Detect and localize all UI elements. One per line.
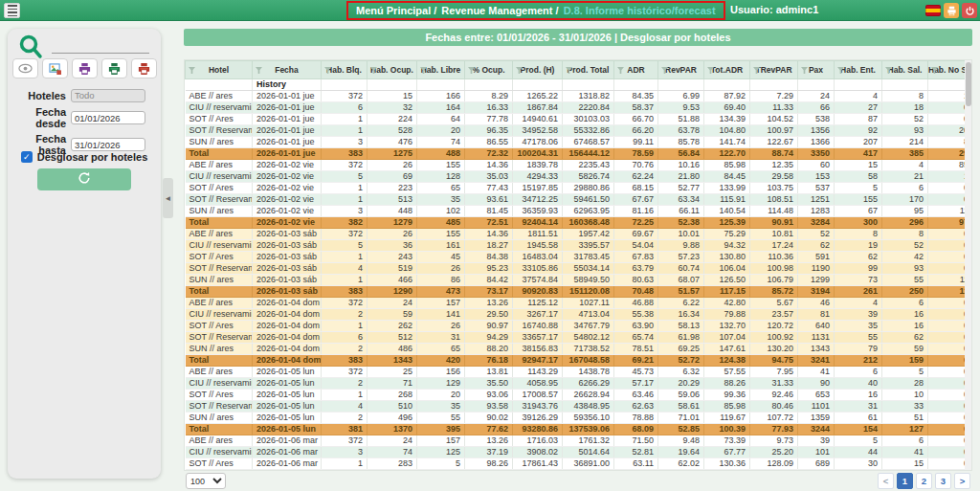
eye-icon[interactable] <box>12 58 38 78</box>
table-row[interactable]: SOT // Ares2026-01-03 sáb12434584.381648… <box>186 252 973 263</box>
table-row[interactable]: SOT // Ares2026-01-04 dom12622690.971674… <box>186 321 973 332</box>
table-row[interactable]: SOT // Ares2026-01-01 jue12246477.781494… <box>186 114 973 125</box>
pagination-prev-button[interactable]: < <box>878 473 894 489</box>
grid-cell: 66.11 <box>658 206 704 217</box>
total-row[interactable]: Total2026-01-02 vie382127948572.5192404.… <box>186 217 973 229</box>
grid-cell: 2026-01-04 dom <box>253 355 322 367</box>
total-row[interactable]: Total2026-01-04 dom383134342076.1892947.… <box>186 355 973 367</box>
filter-icon[interactable] <box>617 67 624 74</box>
column-header[interactable]: RevPAR <box>658 61 704 79</box>
breadcrumb-revenue-management[interactable]: Revenue Management / <box>441 5 558 16</box>
pagination-next-button[interactable]: > <box>954 473 970 489</box>
table-row[interactable]: ABE // ares2026-01-03 sáb3722615514.3618… <box>186 229 973 240</box>
table-row[interactable]: SOT // Reservamimesa2026-01-05 lun451035… <box>186 401 973 413</box>
table-row[interactable]: SUN // ares2026-01-01 jue34767486.554717… <box>186 137 973 148</box>
grid-cell: ABE // ares <box>186 298 253 309</box>
column-header[interactable]: TRevPAR <box>750 61 798 79</box>
table-row[interactable]: ABE // ares2026-01-02 vie3722615514.3618… <box>186 160 973 171</box>
pagination-page-2[interactable]: 2 <box>916 473 932 489</box>
table-row[interactable]: SUN // ares2026-01-03 sáb14668684.423757… <box>186 275 973 286</box>
column-header[interactable]: Hotel <box>186 61 253 79</box>
table-row[interactable]: SUN // ares2026-01-05 lun24965590.023912… <box>186 413 973 424</box>
column-header[interactable]: Hab. Libre <box>417 61 465 79</box>
grid-cell: 161 <box>417 240 465 252</box>
table-row[interactable]: ABE // ares2026-01-05 lun3722515613.8111… <box>186 367 973 378</box>
table-row[interactable]: CIU // reservamimesa2026-01-06 mar374125… <box>186 447 973 458</box>
scrollbar-thumb[interactable] <box>966 62 971 106</box>
pdf-export-icon[interactable] <box>131 58 157 78</box>
hamburger-menu-icon[interactable] <box>4 3 20 18</box>
column-header[interactable]: Pax <box>798 61 835 79</box>
printer-icon[interactable] <box>944 3 959 18</box>
grid-cell: 10.81 <box>750 229 798 240</box>
table-row[interactable]: ABE // ares2026-01-04 dom3722415713.2611… <box>186 298 973 309</box>
column-header[interactable]: ADR <box>614 61 658 79</box>
printer-purple-icon[interactable] <box>72 58 98 78</box>
table-row[interactable]: CIU // reservamimesa2026-01-02 vie569128… <box>186 171 973 183</box>
power-icon[interactable] <box>962 3 977 18</box>
group-label-row[interactable]: History <box>186 79 973 91</box>
table-row[interactable]: SOT // Ares2026-01-06 mar1283598.2617861… <box>186 458 973 470</box>
fecha-hasta-field[interactable] <box>71 138 145 151</box>
grid-cell: 1359 <box>798 413 835 424</box>
grid-cell: SUN // ares <box>186 206 253 217</box>
breadcrumb-menu-principal[interactable]: Menú Principal / <box>356 5 436 16</box>
table-row[interactable]: SOT // Reservamimesa2026-01-04 dom651231… <box>186 332 973 344</box>
total-row[interactable]: Total2026-01-01 jue383127548872.32100204… <box>186 148 973 160</box>
column-header[interactable]: Fecha <box>253 61 322 79</box>
table-row[interactable]: SUN // ares2026-01-02 vie344810281.45363… <box>186 206 973 217</box>
sidebar-collapse-handle[interactable]: ◄ <box>163 178 173 218</box>
column-header[interactable]: Prod. (H) <box>513 61 563 79</box>
hoteles-field[interactable]: Todo <box>71 89 145 102</box>
table-row[interactable]: CIU // reservamimesa2026-01-03 sáb536161… <box>186 240 973 252</box>
excel-export-icon[interactable] <box>101 58 127 78</box>
grid-cell: ABE // ares <box>186 435 253 447</box>
grid-cell: CIU // reservamimesa <box>186 102 253 114</box>
page-size-select[interactable]: 100 <box>186 473 226 489</box>
vertical-scrollbar[interactable] <box>965 60 971 470</box>
table-row[interactable]: SUN // ares2026-01-04 dom24866588.203815… <box>186 344 973 355</box>
spain-flag-icon[interactable] <box>925 5 941 16</box>
total-row[interactable]: Total2026-01-05 lun381137039577.6293280.… <box>186 424 973 435</box>
column-header[interactable]: Hab. Ocup. <box>368 61 417 79</box>
desglosar-checkbox-row[interactable]: ✓ Desglosar por hoteles <box>8 151 161 163</box>
table-row[interactable]: ABE // ares2026-01-01 jue372151668.29126… <box>186 91 973 102</box>
grid-cell: 4294.33 <box>513 171 563 183</box>
filter-icon[interactable] <box>189 67 195 74</box>
search-input[interactable] <box>52 38 149 54</box>
image-export-icon[interactable] <box>42 58 68 78</box>
refresh-button[interactable] <box>37 168 131 190</box>
table-row[interactable]: SOT // Reservamimesa2026-01-02 vie151335… <box>186 194 973 206</box>
search-icon[interactable] <box>17 33 44 60</box>
table-row[interactable]: ABE // ares2026-01-06 mar3722415713.2617… <box>186 435 973 447</box>
checkbox-checked-icon[interactable]: ✓ <box>21 151 33 163</box>
pagination-page-1[interactable]: 1 <box>897 473 913 489</box>
column-header[interactable]: Hab. Blq. <box>322 61 368 79</box>
breadcrumb-current-page[interactable]: D.8. Informe histórico/forecast <box>564 5 716 16</box>
grid-cell: 3194 <box>798 286 835 298</box>
grid-cell: 62.63 <box>614 401 658 413</box>
grid-cell: 29880.86 <box>563 183 614 194</box>
grid-cell: 153 <box>798 171 835 183</box>
column-header[interactable]: Hab. Sal. <box>882 61 928 79</box>
fecha-desde-field[interactable] <box>71 111 145 124</box>
grid-cell: 2026-01-03 sáb <box>253 229 322 240</box>
table-row[interactable]: SOT // Ares2026-01-02 vie12236577.431519… <box>186 183 973 194</box>
table-row[interactable]: SOT // Ares2026-01-05 lun12682093.061700… <box>186 390 973 401</box>
column-header[interactable]: Hab. Ent. <box>835 61 882 79</box>
grid-cell: 115.91 <box>704 194 750 206</box>
pagination-page-3[interactable]: 3 <box>935 473 951 489</box>
column-header[interactable]: Tot.ADR <box>704 61 750 79</box>
table-row[interactable]: SOT // Reservamimesa2026-01-01 jue152820… <box>186 125 973 137</box>
table-row[interactable]: CIU // reservamimesa2026-01-05 lun271129… <box>186 378 973 390</box>
total-row[interactable]: Total2026-01-03 sáb383129047373.1790920.… <box>186 286 973 298</box>
column-header[interactable]: % Ocup. <box>465 61 513 79</box>
grid-cell: 69 <box>368 171 417 183</box>
grid-cell: 43848.95 <box>563 401 614 413</box>
column-header[interactable]: Prod. Total <box>563 61 614 79</box>
table-row[interactable]: CIU // reservamimesa2026-01-01 jue632164… <box>186 102 973 114</box>
table-row[interactable]: SOT // Reservamimesa2026-01-03 sáb451926… <box>186 263 973 275</box>
filter-icon[interactable] <box>256 67 262 74</box>
table-row[interactable]: CIU // reservamimesa2026-01-04 dom259141… <box>186 309 973 321</box>
filter-icon[interactable] <box>801 67 808 74</box>
